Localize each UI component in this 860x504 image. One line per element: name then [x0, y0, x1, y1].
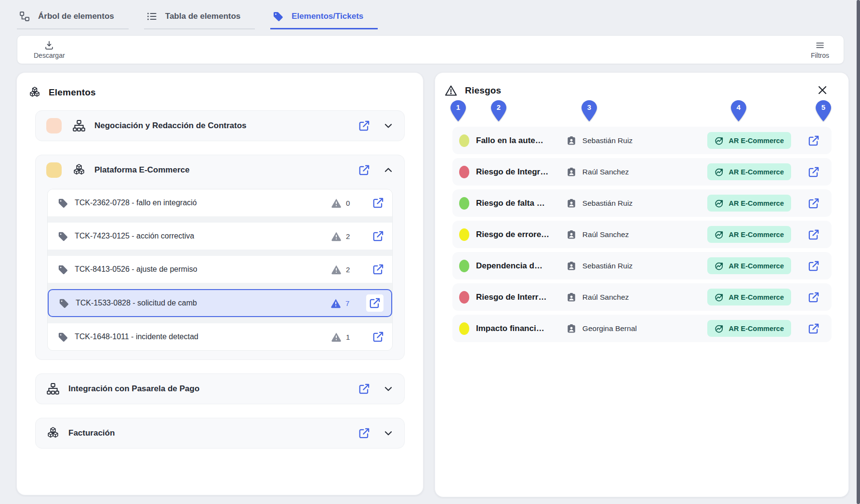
sitemap-icon [72, 119, 86, 133]
external-link-icon[interactable] [358, 427, 370, 439]
risk-title: Fallo en la aute… [476, 136, 557, 146]
risk-row[interactable]: Riesgo de Interr… Raúl Sanchez AR E-Comm… [452, 283, 832, 311]
tree-icon [19, 11, 30, 22]
pin-4: 4 [731, 100, 746, 121]
risk-row[interactable]: Riesgo de falta … Sebastián Ruiz AR E-Co… [452, 189, 832, 217]
external-link-icon[interactable] [807, 166, 820, 178]
group-title: Integración con Pasarela de Pago [68, 384, 199, 394]
warning-icon [331, 298, 341, 308]
chevron-down-icon[interactable] [383, 384, 394, 394]
pin-2: 2 [491, 100, 506, 121]
toolbar: Descargar Filtros [17, 35, 844, 64]
tag-icon [57, 264, 68, 275]
risk-tag-chip[interactable]: AR E-Commerce [707, 226, 791, 243]
external-link-icon[interactable] [807, 197, 820, 210]
risk-tag-chip[interactable]: AR E-Commerce [707, 257, 791, 274]
tab-label: Elementos/Tickets [291, 12, 363, 21]
chevron-down-icon[interactable] [383, 428, 394, 438]
ticket-label: TCK-8413-0526 - ajuste de permiso [75, 265, 197, 274]
risk-person: Sebastián Ruiz [566, 198, 707, 209]
elements-panel: Elementos Negociación y Redacción de Con… [16, 72, 423, 495]
risk-tag-chip[interactable]: AR E-Commerce [707, 163, 791, 180]
external-link-icon[interactable] [372, 331, 384, 343]
trend-circle-icon [714, 261, 725, 271]
external-link-icon[interactable] [358, 119, 370, 132]
close-icon[interactable] [817, 84, 828, 96]
ticket-row[interactable]: TCK-8413-0526 - ajuste de permiso 2 [48, 256, 392, 283]
ticket-row[interactable]: TCK-2362-0728 - fallo en integració 0 [48, 189, 392, 216]
risk-status-dot [459, 322, 469, 335]
tab-elementos-tickets[interactable]: Elementos/Tickets [270, 6, 378, 29]
risk-tag-chip[interactable]: AR E-Commerce [707, 320, 791, 337]
risk-status-dot [459, 260, 469, 272]
risk-row[interactable]: Riesgo de errore… Raúl Sanchez AR E-Comm… [452, 221, 832, 248]
color-swatch [46, 118, 62, 133]
external-link-icon[interactable] [807, 228, 820, 241]
group-header[interactable]: Plataforma E-Commerce [36, 155, 404, 185]
risk-list: Fallo en la aute… Sebastián Ruiz AR E-Co… [444, 127, 840, 342]
tab-arbol-de-elementos[interactable]: Árbol de elementos [17, 6, 129, 29]
download-button[interactable]: Descargar [34, 40, 65, 59]
trend-circle-icon [714, 198, 725, 208]
scrollbar[interactable] [857, 0, 860, 504]
group-header[interactable]: Integración con Pasarela de Pago [36, 374, 404, 404]
external-link-icon[interactable] [358, 383, 370, 395]
person-badge-icon [566, 167, 577, 177]
external-link-icon[interactable] [369, 297, 381, 309]
tab-label: Árbol de elementos [38, 12, 114, 21]
trend-circle-icon [714, 167, 725, 177]
risk-status-dot [459, 166, 469, 178]
warning-icon [331, 332, 342, 342]
element-group-integracion-pasarela[interactable]: Integración con Pasarela de Pago [35, 373, 405, 404]
warning-count: 2 [331, 264, 351, 275]
filters-button[interactable]: Filtros [811, 40, 829, 59]
trend-circle-icon [714, 323, 725, 333]
warning-count: 2 [331, 231, 351, 241]
warning-icon [331, 198, 342, 208]
risk-title: Riesgo de falta … [476, 199, 557, 208]
tag-icon [58, 298, 69, 309]
element-group-facturacion[interactable]: Facturación [35, 418, 405, 449]
person-badge-icon [566, 292, 577, 303]
risk-row[interactable]: Fallo en la aute… Sebastián Ruiz AR E-Co… [452, 127, 832, 154]
trend-circle-icon [714, 292, 725, 302]
external-link-icon[interactable] [807, 291, 820, 304]
risk-row[interactable]: Riesgo de Integr… Raúl Sanchez AR E-Comm… [452, 158, 832, 186]
external-link-icon[interactable] [807, 134, 820, 147]
ticket-row[interactable]: TCK-1648-1011 - incidente detectad 1 [48, 323, 392, 350]
ticket-row[interactable]: TCK-7423-0125 - acción correctiva 2 [48, 223, 392, 250]
risks-panel-title: Riesgos [465, 85, 501, 96]
tab-tabla-de-elementos[interactable]: Tabla de elementos [144, 6, 255, 29]
group-header[interactable]: Facturación [36, 418, 404, 448]
elements-panel-header: Elementos [28, 86, 412, 99]
elements-panel-title: Elementos [49, 87, 96, 98]
risk-tag-chip[interactable]: AR E-Commerce [707, 195, 791, 212]
element-group-negociacion[interactable]: Negociación y Redacción de Contratos [35, 110, 405, 141]
external-link-icon[interactable] [372, 263, 384, 276]
annotation-pins: 1 2 3 4 5 [435, 100, 848, 123]
filters-label: Filtros [811, 52, 829, 59]
group-header[interactable]: Negociación y Redacción de Contratos [36, 111, 404, 141]
risk-tag-chip[interactable]: AR E-Commerce [707, 289, 791, 305]
chevron-up-icon[interactable] [383, 165, 394, 175]
risk-tag-chip[interactable]: AR E-Commerce [707, 132, 791, 149]
external-link-icon[interactable] [807, 322, 820, 335]
external-link-icon[interactable] [372, 197, 384, 209]
ticket-label: TCK-2362-0728 - fallo en integració [75, 199, 197, 207]
risk-status-dot [459, 291, 469, 304]
risk-row[interactable]: Dependencia d… Sebastián Ruiz AR E-Comme… [452, 252, 832, 279]
external-link-icon[interactable] [358, 164, 370, 176]
external-link-icon[interactable] [807, 260, 820, 272]
menu-lines-icon [815, 40, 825, 51]
risk-title: Riesgo de Interr… [476, 292, 557, 302]
tag-icon [57, 332, 68, 343]
risk-row[interactable]: Impacto financi… Georgina Bernal AR E-Co… [452, 315, 832, 342]
person-badge-icon [566, 135, 577, 146]
group-title: Facturación [68, 428, 115, 438]
ticket-row-selected[interactable]: TCK-1533-0828 - solicitud de camb 7 [48, 289, 392, 317]
chevron-down-icon[interactable] [383, 120, 394, 131]
risk-title: Riesgo de Integr… [476, 167, 557, 177]
ticket-label: TCK-1648-1011 - incidente detectad [75, 332, 198, 341]
risk-title: Riesgo de errore… [476, 230, 557, 239]
external-link-icon[interactable] [372, 230, 384, 242]
